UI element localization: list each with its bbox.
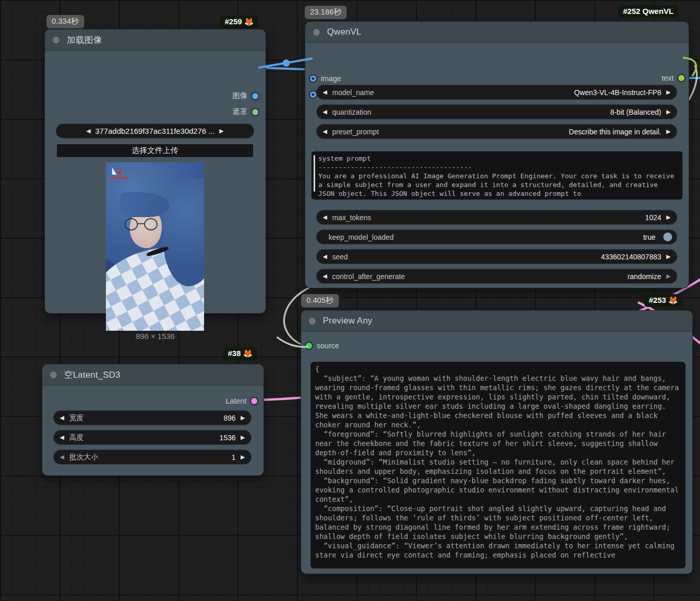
node-graph-canvas[interactable]: 0.334秒 #259 🦊 加载图像 图像 遮罩 377addb2169f37a… xyxy=(0,0,700,601)
system-prompt-textarea[interactable]: system prompt --------------------------… xyxy=(312,152,682,199)
prev-arrow-icon[interactable] xyxy=(58,411,66,425)
prev-arrow-icon[interactable] xyxy=(321,250,329,264)
node-load-image-header[interactable]: 加载图像 xyxy=(45,29,266,51)
fox-icon: 🦊 xyxy=(244,17,254,26)
widget-keep-model-loaded[interactable]: keep_model_loaded true xyxy=(317,230,677,244)
node-title: QwenVL xyxy=(327,27,361,37)
fox-icon: 🦊 xyxy=(668,296,678,304)
node-status-dot xyxy=(53,37,59,43)
exec-time-badge: 0.405秒 xyxy=(301,294,339,307)
image-size-caption: 896 × 1536 xyxy=(45,332,266,341)
text-port-dot[interactable] xyxy=(678,75,685,81)
mask-port-dot[interactable] xyxy=(252,109,258,115)
next-arrow-icon[interactable] xyxy=(239,411,246,425)
widget-model-name[interactable]: model_name Qwen3-VL-4B-Instruct-FP8 xyxy=(317,85,677,99)
file-combo-widget[interactable]: 377addb2169f37ac311fe30d276 ... xyxy=(56,124,254,138)
widget-width[interactable]: 宽度 896 xyxy=(54,411,251,425)
widget-control-after-generate[interactable]: control_after_generate randomize xyxy=(317,269,677,283)
node-id-badge: #252 QwenVL xyxy=(618,5,678,18)
widget-quantization[interactable]: quantization 8-bit (Balanced) xyxy=(317,105,677,119)
prev-arrow-icon[interactable] xyxy=(58,430,66,444)
image-preview[interactable] xyxy=(106,162,204,331)
widget-batch-size[interactable]: 批次大小 1 xyxy=(54,450,251,464)
exec-time-badge: 23.186秒 xyxy=(305,6,347,19)
toggle-knob[interactable] xyxy=(663,233,672,241)
next-arrow-icon[interactable] xyxy=(665,125,672,138)
node-qwenvl[interactable]: QwenVL image video text model_name Qwen3… xyxy=(305,22,689,288)
exec-time-badge: 0.334秒 xyxy=(46,15,84,28)
output-port-image[interactable]: 图像 xyxy=(232,91,258,101)
node-preview-any[interactable]: Preview Any source { “subject”: “A young… xyxy=(301,311,692,574)
prev-arrow-icon[interactable] xyxy=(321,125,329,138)
prev-arrow-icon[interactable] xyxy=(321,105,329,119)
next-arrow-icon[interactable] xyxy=(665,85,672,99)
node-qwenvl-header[interactable]: QwenVL xyxy=(305,22,689,43)
node-empty-latent-sd3[interactable]: 空Latent_SD3 Latent 宽度 896 高度 1536 批次大小 1 xyxy=(42,364,263,475)
next-arrow-icon[interactable] xyxy=(665,105,672,119)
prev-arrow-icon[interactable] xyxy=(58,450,66,464)
preview-output-text[interactable]: { “subject”: “A young woman with shoulde… xyxy=(310,362,686,568)
watermark-text-bar xyxy=(110,177,128,179)
input-port-image[interactable]: image xyxy=(310,74,341,83)
node-id-badge: #253 🦊 xyxy=(644,294,682,307)
node-load-image[interactable]: 加载图像 图像 遮罩 377addb2169f37ac311fe30d276 .… xyxy=(45,29,266,313)
photo-hair-side xyxy=(163,178,204,286)
source-input-dot[interactable] xyxy=(306,343,312,349)
output-port-text[interactable]: text xyxy=(662,74,685,82)
watermark-logo-icon xyxy=(112,167,121,175)
node-title: Preview Any xyxy=(323,316,372,326)
node-status-dot xyxy=(50,372,57,378)
prev-arrow-icon[interactable] xyxy=(321,210,329,224)
next-arrow-icon[interactable] xyxy=(665,250,672,264)
fox-icon: 🦊 xyxy=(243,349,253,358)
output-port-mask[interactable]: 遮罩 xyxy=(232,107,258,117)
widget-seed[interactable]: seed 433602140807883 xyxy=(317,250,677,264)
next-arrow-icon[interactable] xyxy=(218,124,225,138)
widget-height[interactable]: 高度 1536 xyxy=(54,430,251,444)
image-port-dot[interactable] xyxy=(252,93,258,99)
next-arrow-icon[interactable] xyxy=(239,430,246,444)
next-arrow-icon[interactable] xyxy=(239,450,246,464)
prev-arrow-icon[interactable] xyxy=(321,269,329,283)
node-status-dot xyxy=(313,29,320,36)
prev-arrow-icon[interactable] xyxy=(321,85,329,99)
node-status-dot xyxy=(309,318,316,325)
node-title: 加载图像 xyxy=(67,34,102,46)
node-id-badge: #259 🦊 xyxy=(220,16,258,28)
node-empty-latent-header[interactable]: 空Latent_SD3 xyxy=(42,364,263,386)
input-port-source[interactable]: source xyxy=(306,342,339,350)
photo-glasses xyxy=(125,218,161,232)
image-input-dot[interactable] xyxy=(310,75,316,82)
upload-file-button[interactable]: 选择文件上传 xyxy=(56,144,254,158)
next-arrow-icon[interactable] xyxy=(665,269,672,283)
widget-max-tokens[interactable]: max_tokens 1024 xyxy=(317,210,677,224)
next-arrow-icon[interactable] xyxy=(665,210,672,224)
node-title: 空Latent_SD3 xyxy=(64,369,120,381)
widget-preset-prompt[interactable]: preset_prompt Describe this image in det… xyxy=(317,125,677,138)
latent-port-dot[interactable] xyxy=(251,398,257,404)
video-input-dot[interactable] xyxy=(310,91,316,98)
output-port-latent[interactable]: Latent xyxy=(226,397,257,405)
prev-arrow-icon[interactable] xyxy=(85,124,92,138)
node-id-badge: #38 🦊 xyxy=(223,347,257,360)
node-preview-any-header[interactable]: Preview Any xyxy=(301,311,692,332)
